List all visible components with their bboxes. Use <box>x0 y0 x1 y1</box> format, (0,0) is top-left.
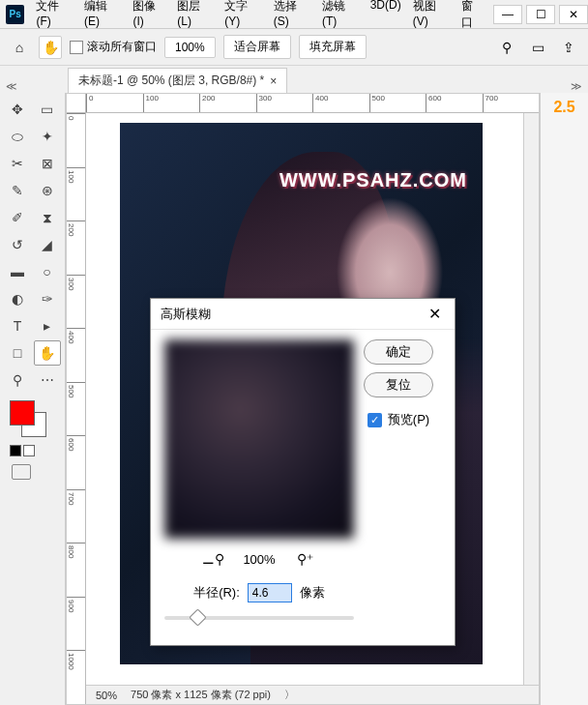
tools-panel: ✥ ▭ ⬭ ✦ ✂ ⊠ ✎ ⊛ ✐ ⧗ ↺ ◢ ▬ ○ ◐ ✑ T ▸ □ ✋ … <box>0 93 66 705</box>
reset-button[interactable]: 复位 <box>364 372 433 397</box>
collapse-right-icon[interactable]: ≫ <box>571 80 582 93</box>
preview-checkbox[interactable]: ✓ 预览(P) <box>368 411 429 428</box>
hand-tool-preset[interactable]: ✋ <box>39 36 62 59</box>
lasso-tool[interactable]: ⬭ <box>4 124 31 149</box>
blur-preview[interactable] <box>164 339 354 539</box>
menu-file[interactable]: 文件(F) <box>30 0 78 31</box>
menu-3d[interactable]: 3D(D) <box>365 0 407 31</box>
share-icon[interactable]: ⇪ <box>557 36 580 59</box>
menu-window[interactable]: 窗口 <box>456 0 489 31</box>
vertical-ruler[interactable]: 01002003004005006007008009001000 <box>67 113 86 704</box>
default-colors-icon[interactable] <box>10 445 21 456</box>
path-selection-tool[interactable]: ▸ <box>34 313 61 338</box>
foreground-color[interactable] <box>10 400 35 426</box>
eraser-tool[interactable]: ◢ <box>34 232 61 257</box>
scroll-all-checkbox[interactable]: 滚动所有窗口 <box>70 39 157 55</box>
title-bar: Ps 文件(F) 编辑(E) 图像(I) 图层(L) 文字(Y) 选择(S) 滤… <box>0 0 588 29</box>
workspace-icon[interactable]: ▭ <box>526 36 549 59</box>
blur-tool[interactable]: ○ <box>34 259 61 284</box>
preview-zoom-label: 100% <box>243 552 275 567</box>
zoom-out-icon[interactable]: ⚊⚲ <box>202 548 223 570</box>
marquee-tool[interactable]: ▭ <box>34 97 61 122</box>
menu-view[interactable]: 视图(V) <box>407 0 456 31</box>
status-doc-info[interactable]: 750 像素 x 1125 像素 (72 ppi) <box>131 688 271 702</box>
collapse-icon[interactable]: ≪ <box>6 80 17 93</box>
right-panel: 2.5 <box>540 93 588 705</box>
pen-tool[interactable]: ✑ <box>34 286 61 311</box>
search-icon[interactable]: ⚲ <box>495 36 518 59</box>
history-brush-tool[interactable]: ↺ <box>4 232 31 257</box>
menu-layer[interactable]: 图层(L) <box>171 0 219 31</box>
status-chevron-icon[interactable]: 〉 <box>284 688 295 702</box>
menu-edit[interactable]: 编辑(E) <box>78 0 127 31</box>
color-swatch[interactable] <box>10 400 56 439</box>
dialog-title: 高斯模糊 <box>161 306 211 323</box>
status-zoom[interactable]: 50% <box>96 690 117 701</box>
document-tabs: ≪ 未标题-1 @ 50% (图层 3, RGB/8#) * × ≫ <box>0 66 588 93</box>
zoom-tool[interactable]: ⚲ <box>4 367 31 393</box>
menu-filter[interactable]: 滤镜(T) <box>316 0 365 31</box>
radius-label: 半径(R): <box>193 584 240 602</box>
gradient-tool[interactable]: ▬ <box>4 259 31 284</box>
preview-label: 预览(P) <box>388 411 429 428</box>
quick-mask-toggle[interactable] <box>12 464 31 480</box>
watermark-text: WWW.PSAHZ.COM <box>279 169 467 191</box>
menu-select[interactable]: 选择(S) <box>268 0 316 31</box>
menu-image[interactable]: 图像(I) <box>127 0 171 31</box>
radius-input[interactable] <box>248 583 292 602</box>
dodge-tool[interactable]: ◐ <box>4 286 31 311</box>
doc-tab-title: 未标题-1 @ 50% (图层 3, RGB/8#) * <box>78 73 264 89</box>
home-icon[interactable]: ⌂ <box>8 36 31 59</box>
brush-tool[interactable]: ✐ <box>4 205 31 230</box>
radius-slider[interactable] <box>164 616 354 620</box>
crop-tool[interactable]: ✂ <box>4 151 31 176</box>
hand-tool[interactable]: ✋ <box>34 340 61 366</box>
radius-unit: 像素 <box>300 584 325 602</box>
ruler-origin[interactable] <box>67 94 86 113</box>
magic-wand-tool[interactable]: ✦ <box>34 124 61 149</box>
type-tool[interactable]: T <box>4 313 31 338</box>
dialog-close-button[interactable]: ✕ <box>425 305 445 323</box>
frame-tool[interactable]: ⊠ <box>34 151 61 176</box>
healing-tool[interactable]: ⊛ <box>34 178 61 203</box>
checkbox-icon <box>70 41 83 54</box>
minimize-button[interactable]: — <box>493 5 522 24</box>
horizontal-ruler[interactable]: 0100200300400500600700 <box>86 94 539 113</box>
status-bar: 50% 750 像素 x 1125 像素 (72 ppi) 〉 <box>86 685 539 704</box>
clone-tool[interactable]: ⧗ <box>34 205 61 230</box>
fit-screen-button[interactable]: 适合屏幕 <box>223 35 291 59</box>
app-logo: Ps <box>6 5 24 24</box>
maximize-button[interactable]: ☐ <box>526 5 555 24</box>
close-button[interactable]: ✕ <box>559 5 588 24</box>
close-tab-icon[interactable]: × <box>270 74 277 88</box>
move-tool[interactable]: ✥ <box>4 97 31 122</box>
slider-thumb[interactable] <box>189 608 206 626</box>
more-tools[interactable]: ⋯ <box>34 367 61 393</box>
vertical-scrollbar[interactable] <box>523 113 539 685</box>
document-tab[interactable]: 未标题-1 @ 50% (图层 3, RGB/8#) * × <box>68 68 287 93</box>
fill-screen-button[interactable]: 填充屏幕 <box>299 35 367 59</box>
options-bar: ⌂ ✋ 滚动所有窗口 100% 适合屏幕 填充屏幕 ⚲ ▭ ⇪ <box>0 29 588 66</box>
rectangle-tool[interactable]: □ <box>4 340 31 366</box>
scroll-all-label: 滚动所有窗口 <box>87 39 157 55</box>
swap-colors-icon[interactable] <box>23 445 35 456</box>
zoom-in-icon[interactable]: ⚲⁺ <box>295 548 316 570</box>
main-menu: 文件(F) 编辑(E) 图像(I) 图层(L) 文字(Y) 选择(S) 滤镜(T… <box>30 0 489 31</box>
version-badge: 2.5 <box>553 99 574 116</box>
ok-button[interactable]: 确定 <box>364 339 433 365</box>
gaussian-blur-dialog: 高斯模糊 ✕ ⚊⚲ 100% ⚲⁺ 半径(R): 像素 确定 复位 ✓ <box>150 298 456 646</box>
eyedropper-tool[interactable]: ✎ <box>4 178 31 203</box>
menu-type[interactable]: 文字(Y) <box>219 0 267 31</box>
dialog-titlebar[interactable]: 高斯模糊 ✕ <box>151 299 455 330</box>
checkbox-checked-icon: ✓ <box>368 413 382 427</box>
zoom-input[interactable]: 100% <box>164 37 216 58</box>
window-controls: — ☐ ✕ <box>489 5 588 24</box>
